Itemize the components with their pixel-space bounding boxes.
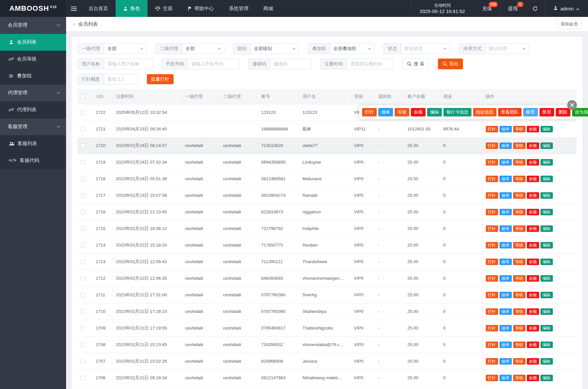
row-action-余额[interactable]: 余额: [527, 126, 539, 132]
row-checkbox[interactable]: [81, 210, 85, 214]
row-action-编辑[interactable]: 编辑: [540, 159, 553, 166]
sidebar-item-1-0[interactable]: 代理列表: [0, 101, 66, 118]
row-action-做单[interactable]: 做单: [499, 176, 512, 182]
row-action-余额[interactable]: 余额: [527, 292, 539, 298]
row-action-编辑[interactable]: 编辑: [540, 358, 553, 365]
filter-select-0[interactable]: 全部: [104, 43, 147, 54]
filter-select-1[interactable]: 全部: [182, 43, 224, 54]
nav-item-3[interactable]: 交易: [147, 0, 180, 17]
select-all-checkbox[interactable]: [81, 94, 85, 99]
nav-item-2[interactable]: 角色: [116, 0, 147, 17]
refresh-button[interactable]: [525, 0, 544, 17]
sidebar-group-2[interactable]: 代理管理: [0, 85, 66, 101]
row-action-编辑[interactable]: 编辑: [540, 325, 553, 331]
row-action-等级[interactable]: 等级: [513, 292, 525, 298]
row-checkbox[interactable]: [81, 226, 85, 231]
filter-input-2[interactable]: 邀请码: [270, 59, 312, 69]
export-button[interactable]: 导出: [438, 59, 463, 69]
row-action-等级[interactable]: 等级: [513, 259, 525, 265]
withdraw-button[interactable]: 提现 0: [500, 0, 525, 17]
batch-inject-button[interactable]: 批量打针: [147, 74, 174, 84]
row-action-打针[interactable]: 打针: [486, 292, 498, 298]
row-checkbox[interactable]: [81, 243, 85, 248]
row-action-等级[interactable]: 等级: [513, 275, 525, 282]
row-action-打针[interactable]: 打针: [486, 358, 498, 365]
row-checkbox[interactable]: [81, 342, 85, 347]
row-action-打针[interactable]: 打针: [486, 126, 498, 132]
row-action-余额[interactable]: 余额: [527, 275, 539, 282]
nav-item-1[interactable]: 后台首页: [81, 0, 116, 17]
row-action-做单[interactable]: 做单: [499, 375, 512, 381]
row-action-做单[interactable]: 做单: [499, 126, 512, 132]
sidebar-item-0-1[interactable]: 会员等级: [0, 51, 66, 68]
filter-input-3[interactable]: 请选择注册时间: [347, 59, 393, 69]
popup-action-删除[interactable]: 删除: [556, 108, 570, 116]
row-action-打针[interactable]: 打针: [486, 192, 498, 199]
sidebar-group-1[interactable]: 会员管理: [0, 17, 66, 34]
row-action-做单[interactable]: 做单: [499, 308, 512, 315]
row-action-编辑[interactable]: 编辑: [540, 126, 553, 132]
filter-input-1[interactable]: 请输入手机号码: [188, 59, 239, 69]
popup-action-账变[interactable]: 账变: [523, 108, 538, 116]
popup-action-等级[interactable]: 等级: [395, 108, 409, 116]
row-action-编辑[interactable]: 编辑: [540, 342, 553, 348]
row-action-做单[interactable]: 做单: [499, 225, 512, 232]
add-member-button[interactable]: 添加会员: [557, 19, 581, 29]
sidebar-item-2-1[interactable]: </>客服代码: [0, 152, 66, 169]
row-checkbox[interactable]: [81, 376, 85, 380]
row-action-做单[interactable]: 做单: [499, 209, 512, 215]
row-action-等级[interactable]: 等级: [513, 375, 525, 381]
row-action-等级[interactable]: 等级: [513, 209, 525, 215]
row-checkbox[interactable]: [81, 143, 85, 148]
popup-action-银行卡信息[interactable]: 银行卡信息: [443, 108, 471, 116]
row-action-余额[interactable]: 余额: [527, 176, 539, 182]
row-action-编辑[interactable]: 编辑: [540, 292, 553, 298]
row-action-余额[interactable]: 余额: [527, 159, 539, 166]
row-action-余额[interactable]: 余额: [527, 308, 539, 315]
sidebar-item-2-0[interactable]: 客服列表: [0, 135, 66, 152]
popup-close-button[interactable]: [567, 100, 577, 110]
row-action-等级[interactable]: 等级: [513, 176, 525, 182]
row-action-打针[interactable]: 打针: [486, 375, 498, 381]
row-action-编辑[interactable]: 编辑: [540, 242, 553, 248]
row-checkbox[interactable]: [81, 193, 85, 198]
popup-action-编辑[interactable]: 编辑: [427, 108, 442, 116]
row-checkbox[interactable]: [81, 293, 85, 297]
row-action-打针[interactable]: 打针: [486, 259, 498, 265]
sidebar-item-0-0[interactable]: 会员列表: [0, 34, 66, 51]
row-action-余额[interactable]: 余额: [527, 358, 539, 365]
row-action-余额[interactable]: 余额: [527, 242, 539, 248]
row-action-做单[interactable]: 做单: [499, 358, 512, 365]
row-action-编辑[interactable]: 编辑: [540, 275, 553, 282]
row-action-余额[interactable]: 余额: [527, 342, 539, 348]
filter-input-0[interactable]: 请输入用户名称: [104, 59, 153, 69]
recharge-button[interactable]: 充值 186: [474, 0, 500, 17]
popup-action-做单[interactable]: 做单: [378, 108, 393, 116]
user-menu[interactable]: admin: [544, 0, 588, 17]
row-action-做单[interactable]: 做单: [499, 242, 512, 248]
row-checkbox[interactable]: [81, 276, 85, 281]
row-action-做单[interactable]: 做单: [499, 342, 512, 348]
row-action-打针[interactable]: 打针: [486, 159, 498, 166]
filter-select-3[interactable]: 全部叠加组: [330, 43, 375, 54]
row-checkbox[interactable]: [81, 359, 85, 364]
row-action-打针[interactable]: 打针: [486, 325, 498, 331]
row-action-等级[interactable]: 等级: [513, 159, 525, 166]
row-action-打针[interactable]: 打针: [486, 176, 498, 182]
row-checkbox[interactable]: [81, 110, 85, 115]
row-action-打针[interactable]: 打针: [486, 225, 498, 232]
row-action-编辑[interactable]: 编辑: [540, 209, 553, 215]
row-action-做单[interactable]: 做单: [499, 159, 512, 166]
row-action-等级[interactable]: 等级: [513, 242, 525, 248]
row-action-等级[interactable]: 等级: [513, 358, 525, 365]
popup-action-禁用[interactable]: 禁用: [539, 108, 554, 116]
row-action-做单[interactable]: 做单: [499, 275, 512, 282]
row-action-等级[interactable]: 等级: [513, 126, 525, 132]
row-action-编辑[interactable]: 编辑: [540, 176, 553, 182]
row-action-编辑[interactable]: 编辑: [540, 375, 553, 381]
inject-range-input[interactable]: 最低 1.1: [104, 74, 138, 85]
row-action-余额[interactable]: 余额: [527, 192, 539, 199]
row-action-余额[interactable]: 余额: [527, 375, 539, 381]
row-action-打针[interactable]: 打针: [486, 342, 498, 348]
sidebar-item-0-2[interactable]: 叠加组: [0, 68, 66, 85]
